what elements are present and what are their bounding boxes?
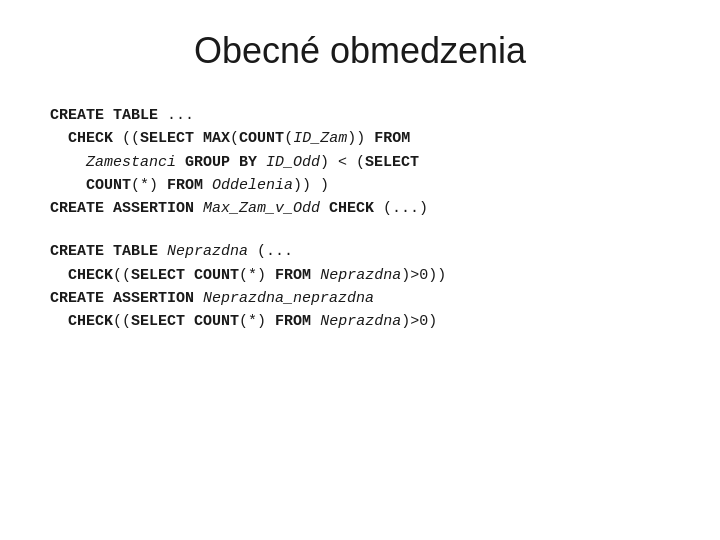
code-line-s2l3: CREATE ASSERTION Neprazdna_neprazdna [50, 287, 680, 310]
code-line-s1l3: Zamestanci GROUP BY ID_Odd) < (SELECT [50, 151, 680, 174]
code-line-s2l4: CHECK((SELECT COUNT(*) FROM Neprazdna)>0… [50, 310, 680, 333]
code-line-s1l2: CHECK ((SELECT MAX(COUNT(ID_Zam)) FROM [50, 127, 680, 150]
code-line-s1l1: CREATE TABLE ... [50, 104, 680, 127]
code-section-2: CREATE TABLE Neprazdna (... CHECK((SELEC… [50, 240, 680, 333]
code-line-s1l5: CREATE ASSERTION Max_Zam_v_Odd CHECK (..… [50, 197, 680, 220]
code-section-1: CREATE TABLE ... CHECK ((SELECT MAX(COUN… [50, 104, 680, 220]
code-line-s1l4: COUNT(*) FROM Oddelenia)) ) [50, 174, 680, 197]
page-title: Obecné obmedzenia [194, 30, 526, 72]
code-line-s2l1: CREATE TABLE Neprazdna (... [50, 240, 680, 263]
code-line-s2l2: CHECK((SELECT COUNT(*) FROM Neprazdna)>0… [50, 264, 680, 287]
code-block: CREATE TABLE ... CHECK ((SELECT MAX(COUN… [40, 104, 680, 353]
